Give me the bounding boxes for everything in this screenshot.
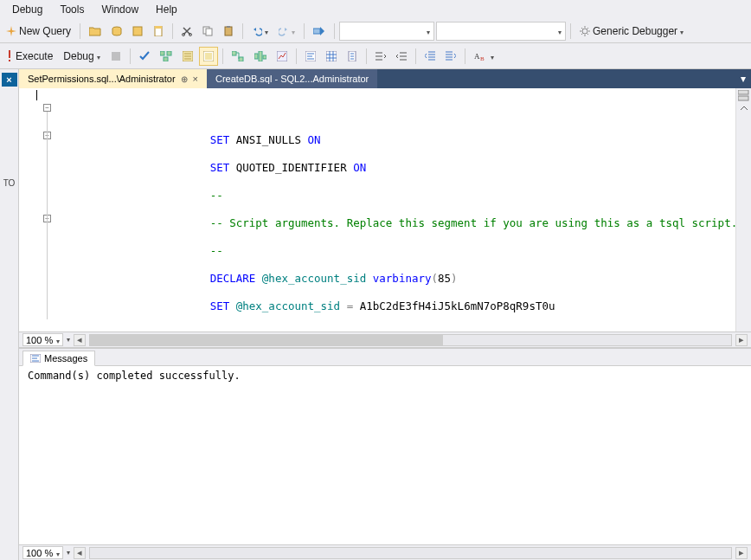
navigate-button[interactable] [309, 22, 330, 41]
indent1-icon [376, 51, 386, 61]
cancel-query-button[interactable] [106, 47, 125, 66]
tab-overflow-button[interactable]: ▾ [735, 69, 751, 88]
new-query-button[interactable]: New Query [2, 22, 75, 41]
folder-icon [89, 26, 101, 36]
scrollbar-thumb[interactable] [90, 335, 442, 345]
messages-panel: Messages Command(s) completed successful… [19, 347, 751, 560]
svg-rect-14 [112, 52, 120, 61]
comment-button[interactable] [371, 47, 390, 66]
gear-icon [580, 26, 590, 36]
exclaim-icon [6, 50, 13, 62]
doc-icon [153, 26, 164, 36]
horizontal-scrollbar[interactable] [89, 334, 732, 346]
document-tabstrip: SetPermissions.sql...\Administrator ⊕ × … [19, 69, 751, 88]
toolbar-standard: New Query Generic Debugger [0, 19, 751, 43]
debugger-dropdown[interactable]: Generic Debugger [575, 22, 688, 41]
code-body[interactable]: SET ANSI_NULLS ON SET QUOTED_IDENTIFIER … [54, 88, 735, 331]
chevron-down-icon [265, 25, 268, 37]
zoom-value: 100 % [26, 548, 53, 558]
messages-body[interactable]: Command(s) completed successfully. [19, 366, 751, 544]
svg-rect-23 [259, 51, 262, 61]
outline-margin: − − − [43, 92, 52, 331]
left-dock: × TO [0, 69, 19, 560]
client-stats-button[interactable] [273, 47, 292, 66]
separator [242, 23, 243, 39]
paste-button[interactable] [219, 22, 238, 41]
solution-platform-dropdown[interactable] [436, 22, 566, 41]
ab-icon: AB [474, 51, 488, 61]
file-icon [347, 51, 357, 61]
close-icon[interactable]: × [193, 74, 198, 84]
svg-rect-31 [738, 90, 748, 94]
svg-rect-32 [738, 96, 748, 100]
opts-icon [183, 51, 193, 61]
redo-button[interactable] [274, 22, 299, 41]
parse-button[interactable] [135, 47, 154, 66]
chevron-down-icon [97, 50, 100, 62]
zoom-dropdown[interactable]: 100 % [22, 333, 63, 346]
decrease-indent-button[interactable] [420, 47, 440, 66]
separator [222, 48, 223, 64]
mdx-query-button[interactable] [128, 22, 147, 41]
content-area: SetPermissions.sql...\Administrator ⊕ × … [19, 69, 751, 560]
xmla-query-button[interactable] [149, 22, 168, 41]
tab-label: SetPermissions.sql...\Administrator [28, 74, 176, 84]
tab-setpermissions[interactable]: SetPermissions.sql...\Administrator ⊕ × [19, 69, 207, 88]
scroll-left-button[interactable]: ◂ [74, 547, 86, 559]
debugger-label: Generic Debugger [593, 25, 677, 37]
menu-window[interactable]: Window [93, 2, 147, 17]
menu-help[interactable]: Help [147, 2, 186, 17]
live-stats-button[interactable] [250, 47, 271, 66]
actual-plan-button[interactable] [228, 47, 248, 66]
tab-createdb[interactable]: CreateDB.sql - SQL2...Administrator [207, 69, 377, 88]
main-area: × TO SetPermissions.sql...\Administrator… [0, 69, 751, 560]
fold-toggle[interactable]: − [43, 104, 51, 112]
menu-tools[interactable]: Tools [51, 2, 93, 17]
chevron-down-icon [67, 549, 70, 557]
copy-button[interactable] [198, 22, 217, 41]
specify-values-button[interactable]: AB [470, 47, 498, 66]
intellisense-button[interactable] [199, 47, 218, 66]
results-file-button[interactable] [343, 47, 362, 66]
increase-indent-button[interactable] [441, 47, 460, 66]
text-cursor [36, 90, 37, 100]
chevron-down-icon [56, 548, 60, 558]
open-file-button[interactable] [85, 22, 106, 41]
messages-tab[interactable]: Messages [22, 351, 95, 366]
solution-config-dropdown[interactable] [339, 22, 434, 41]
indent-icon [446, 51, 456, 61]
redo-icon [279, 26, 289, 36]
svg-rect-16 [167, 51, 171, 55]
scroll-right-button[interactable]: ▸ [735, 334, 748, 346]
svg-rect-15 [160, 51, 164, 55]
results-grid-button[interactable] [322, 47, 341, 66]
svg-rect-7 [206, 29, 212, 35]
text-icon [305, 51, 316, 61]
db-engine-query-button[interactable] [107, 22, 126, 41]
close-panel-button[interactable]: × [2, 73, 17, 87]
cut-button[interactable] [177, 22, 196, 41]
menu-debug[interactable]: Debug [3, 2, 51, 17]
sparkle-icon [6, 26, 16, 36]
results-text-button[interactable] [301, 47, 320, 66]
pin-icon[interactable]: ⊕ [181, 74, 188, 84]
estimated-plan-button[interactable] [156, 47, 177, 66]
undo-button[interactable] [247, 22, 273, 41]
chevron-down-icon [67, 336, 70, 344]
scroll-left-button[interactable]: ◂ [74, 334, 86, 346]
horizontal-scrollbar[interactable] [89, 547, 732, 559]
debug-button[interactable]: Debug [59, 47, 104, 66]
svg-rect-1 [133, 27, 142, 35]
separator [465, 48, 465, 64]
undo-icon [252, 26, 262, 36]
zoom-dropdown[interactable]: 100 % [22, 546, 63, 559]
separator [366, 48, 367, 64]
execute-button[interactable]: Execute [2, 47, 57, 66]
split-icon[interactable] [738, 90, 750, 102]
scroll-up-icon[interactable] [740, 104, 748, 113]
code-editor[interactable]: − − − SET ANSI_NULLS ON SET QUOTED_IDENT… [19, 88, 751, 331]
uncomment-button[interactable] [392, 47, 411, 66]
svg-text:A: A [474, 52, 480, 61]
scroll-right-button[interactable]: ▸ [735, 547, 748, 559]
query-options-button[interactable] [178, 47, 197, 66]
